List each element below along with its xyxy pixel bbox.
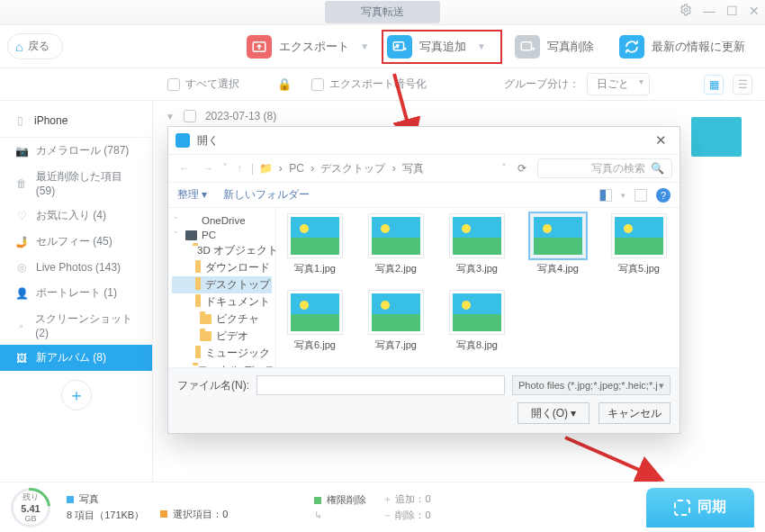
dialog-title: 開く (197, 133, 219, 149)
dialog-toolbar: 整理 ▾ 新しいフォルダー ▾ ? (168, 183, 680, 208)
tree-node[interactable]: ˅OneDrive (172, 213, 272, 228)
file-list[interactable]: 写真1.jpg写真2.jpg写真3.jpg写真4.jpg写真5.jpg写真6.j… (276, 208, 680, 367)
status-bar: 残り 5.41 GB 写真 8 項目（171KB） 選択項目：0 権限削除 ↳ … (0, 482, 765, 532)
filename-label: ファイル名(N): (177, 378, 249, 393)
perm-delete-label: 権限削除 (327, 493, 366, 507)
back-button[interactable]: ⌂ 戻る (7, 33, 63, 59)
search-icon: 🔍 (651, 162, 664, 175)
new-folder-button[interactable]: 新しいフォルダー (223, 187, 310, 203)
file-item[interactable]: 写真2.jpg (364, 213, 428, 275)
dialog-titlebar: 開く ✕ (168, 127, 680, 154)
sidebar-item[interactable]: 🗑最近削除した項目 (59) (0, 164, 152, 203)
organize-menu[interactable]: 整理 ▾ (177, 187, 207, 203)
tree-node[interactable]: ミュージック (172, 345, 272, 362)
sidebar-item[interactable]: ♡お気に入り (4) (0, 203, 152, 229)
file-item[interactable]: 写真6.jpg (284, 290, 346, 352)
grid-view-button[interactable]: ▦ (704, 75, 724, 95)
minimize-icon[interactable]: — (703, 4, 716, 19)
view-mode-icon[interactable] (599, 189, 612, 202)
add-album-button[interactable]: ＋ (61, 380, 92, 410)
sidebar-item[interactable]: ▫スクリーンショット (2) (0, 306, 152, 345)
sidebar-item[interactable]: 👤ポートレート (1) (0, 280, 152, 306)
search-input[interactable]: 写真の検索 🔍 (537, 158, 672, 178)
tree-node[interactable]: 3D オブジェクト (172, 242, 272, 259)
tree-node[interactable]: ビデオ (172, 328, 272, 345)
device-header[interactable]: ▯ iPhone (0, 104, 152, 138)
sidebar-item[interactable]: 📷カメラロール (787) (0, 138, 152, 164)
settings-icon[interactable] (680, 4, 692, 19)
dot-icon (160, 510, 167, 518)
help-icon[interactable]: ? (656, 188, 670, 203)
file-item[interactable]: 写真8.jpg (446, 290, 508, 352)
file-thumbnail (287, 213, 343, 258)
cancel-button[interactable]: キャンセル (598, 402, 670, 424)
dialog-close-button[interactable]: ✕ (650, 132, 672, 149)
refresh-button[interactable]: 最新の情報に更新 (607, 30, 758, 64)
tree-node[interactable]: ダウンロード (172, 259, 272, 276)
folder-icon (200, 314, 212, 324)
maximize-icon[interactable]: ☐ (726, 4, 738, 19)
file-item[interactable]: 写真1.jpg (284, 213, 346, 275)
nav-up-icon[interactable]: ↑ (233, 162, 246, 175)
delete-photo-button[interactable]: 写真削除 (502, 30, 607, 64)
nav-refresh-icon[interactable]: ⟳ (512, 162, 532, 175)
folder-icon (185, 216, 197, 226)
add-photo-icon (387, 35, 412, 59)
album-icon: ▫ (14, 319, 28, 333)
sync-button[interactable]: 同期 (646, 488, 754, 527)
file-thumbnail (530, 213, 586, 258)
file-thumbnail (368, 290, 424, 335)
date-group-header[interactable]: ▼ 2023-07-13 (8) (166, 110, 752, 122)
album-icon: ◎ (14, 260, 29, 275)
window-title: 写真転送 (325, 1, 440, 23)
close-icon[interactable]: ✕ (749, 4, 760, 19)
nav-back-icon[interactable]: ← (176, 162, 194, 175)
sub-toolbar: すべて選択 🔒 エクスポート暗号化 グループ分け： 日ごと ▦ ☰ (0, 68, 765, 101)
album-icon: 🗑 (14, 176, 29, 191)
sidebar-item[interactable]: ◎Live Photos (143) (0, 255, 152, 280)
selected-count: 選択項目：0 (173, 508, 228, 521)
add-photo-button[interactable]: 写真追加 ▼ (382, 30, 502, 64)
tree-node[interactable]: ドキュメント (172, 293, 272, 311)
folder-icon (195, 348, 201, 358)
nav-forward-icon[interactable]: → (199, 162, 217, 175)
photos-label: 写真 (79, 492, 99, 506)
file-item[interactable]: 写真3.jpg (446, 213, 508, 275)
file-thumbnail (368, 213, 424, 258)
breadcrumb[interactable]: 📁 › PC › デスクトップ › 写真 (259, 161, 424, 176)
album-icon: 📷 (14, 144, 29, 158)
refresh-icon (619, 35, 644, 59)
file-item[interactable]: 写真7.jpg (364, 290, 428, 352)
filetype-select[interactable]: Photo files (*.jpg;*.jpeg;*.heic;*.j (512, 375, 670, 395)
file-open-dialog: 開く ✕ ← → ˅ ↑ | 📁 › PC › デスクトップ › 写真 ˅ ⟳ … (167, 126, 680, 434)
tree-node[interactable]: デスクトップ (172, 276, 272, 293)
chevron-down-icon: ▼ (360, 41, 369, 51)
file-item[interactable]: 写真4.jpg (526, 213, 590, 275)
chevron-down-icon: ▼ (477, 41, 486, 51)
file-thumbnail (611, 213, 667, 258)
list-view-button[interactable]: ☰ (733, 75, 752, 95)
filename-input[interactable] (256, 375, 505, 395)
delete-photo-icon (515, 35, 540, 59)
album-icon: 🤳 (14, 235, 29, 249)
dialog-nav: ← → ˅ ↑ | 📁 › PC › デスクトップ › 写真 ˅ ⟳ 写真の検索… (168, 154, 680, 183)
folder-tree[interactable]: ˅OneDrive˅PC3D オブジェクトダウンロードデスクトップドキュメントピ… (168, 208, 276, 367)
select-all-checkbox[interactable]: すべて選択 (167, 77, 239, 92)
photo-thumbnail[interactable] (691, 117, 742, 157)
sidebar-item[interactable]: 🤳セルフィー (45) (0, 229, 152, 255)
lock-icon: 🔒 (277, 77, 292, 91)
delete-count: 削除：0 (395, 509, 430, 520)
tree-node[interactable]: ˅PC (172, 228, 272, 242)
home-icon: ⌂ (15, 40, 22, 54)
group-select[interactable]: 日ごと (587, 73, 650, 95)
file-item[interactable]: 写真5.jpg (608, 213, 670, 275)
preview-pane-icon[interactable] (634, 189, 647, 202)
export-button[interactable]: エクスポート ▼ (234, 30, 382, 64)
tree-node[interactable]: ピクチャ (172, 311, 272, 328)
sidebar-item[interactable]: 🖼新アルバム (8) (0, 345, 152, 371)
dialog-footer: ファイル名(N): Photo files (*.jpg;*.jpeg;*.he… (168, 367, 680, 433)
open-button[interactable]: 開く(O) ▾ (518, 402, 590, 424)
file-thumbnail (287, 290, 343, 335)
file-thumbnail (449, 213, 505, 258)
photos-detail: 8 項目（171KB） (67, 509, 144, 522)
